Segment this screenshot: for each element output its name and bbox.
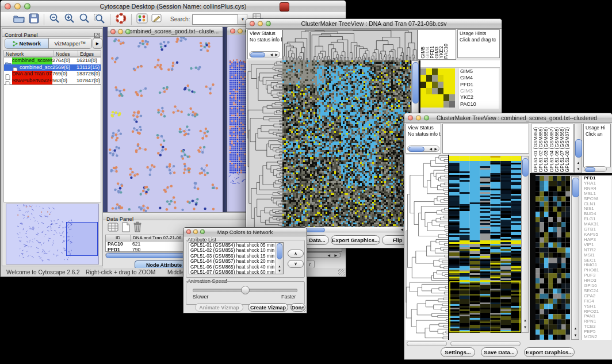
minimize-button[interactable] [193, 229, 198, 234]
move-down-button[interactable]: ∨ [288, 260, 304, 268]
zoom-button[interactable] [24, 3, 30, 10]
row-dendrogram[interactable] [247, 60, 282, 231]
scrollbar-thumb[interactable] [572, 178, 579, 197]
birdseye-viewport-rect[interactable] [66, 222, 98, 256]
scroll-down-arrow[interactable]: ▼ [577, 167, 580, 171]
main-heatmap[interactable] [449, 156, 521, 333]
scrollbar-thumb[interactable] [522, 158, 529, 177]
scroll-up-arrow[interactable]: ▲ [523, 319, 527, 322]
list-vscrollbar[interactable]: ▲ ▼ [276, 243, 283, 274]
view-status-scrollbar[interactable]: ◀ ▶ [249, 51, 280, 58]
attribute-list-item[interactable]: GPL51-07 (GSM868) heat shock 60 min [189, 270, 283, 274]
scrollbar-thumb[interactable] [277, 243, 282, 259]
minimize-button[interactable] [258, 21, 263, 26]
scroll-right-arrow[interactable]: ▶ [434, 147, 437, 151]
scrollbar-thumb[interactable] [408, 147, 424, 152]
minimize-button[interactable] [118, 29, 123, 34]
datapanel-col-id[interactable]: ID [106, 235, 130, 241]
attribute-list-item[interactable]: GPL51-02 (GSM855) heat shock 10 min [189, 248, 283, 253]
tab-overflow-button[interactable]: ▶ [93, 38, 102, 49]
scroll-left-arrow[interactable]: ◀ [429, 147, 432, 151]
delete-attribute-icon[interactable] [133, 221, 142, 235]
new-attribute-icon[interactable] [121, 222, 131, 235]
tab-vizmapper[interactable]: VizMapper™ [49, 39, 92, 48]
zoom-button[interactable] [200, 229, 205, 234]
column-dendrogram-area[interactable] [442, 124, 529, 154]
view-status-scrollbar[interactable]: ◀ ▶ [407, 145, 439, 152]
zoomheat-vscrollbar[interactable]: ▲ ▼ [571, 176, 579, 340]
attribute-list-item[interactable]: GPL51-01 (GSM854) heat shock 05 min [189, 243, 283, 248]
zoom-selected-icon[interactable] [94, 13, 105, 26]
global-heatmap[interactable] [282, 60, 411, 231]
attribute-list-item[interactable]: GPL51-06 (GSM865) heat shock 40 min [189, 265, 283, 270]
close-button[interactable] [186, 229, 191, 234]
minimize-button[interactable] [238, 28, 243, 33]
help-lifesaver-icon[interactable] [115, 13, 127, 26]
scrollbar-thumb[interactable] [585, 167, 595, 172]
scroll-right-arrow[interactable]: ▶ [275, 53, 278, 56]
column-dendrogram[interactable] [282, 29, 418, 61]
zoom-button[interactable] [125, 29, 131, 34]
scroll-up-arrow[interactable]: ▲ [574, 327, 577, 330]
zoom-fit-icon[interactable] [79, 13, 90, 26]
scroll-left-arrow[interactable]: ◀ [400, 228, 403, 231]
collabel-vscrollbar[interactable]: ▲ ▼ [574, 124, 582, 173]
create-vizmap-button[interactable]: Create Vizmap [248, 303, 288, 312]
zoom-heatmap[interactable] [420, 68, 455, 108]
attribute-select-icon[interactable] [108, 222, 119, 235]
heatmap-vscrollbar[interactable]: ▲ ▼ [521, 156, 529, 333]
close-button[interactable] [230, 28, 235, 33]
network-table-row[interactable]: combined_sco2569(6)13112(15) [4, 64, 101, 71]
network-tree-empty-area[interactable] [3, 85, 101, 202]
vizmap-dots-icon[interactable] [136, 13, 148, 26]
window-resize-grip[interactable] [338, 269, 345, 275]
annotation-icon[interactable] [151, 13, 163, 26]
scroll-down-arrow[interactable]: ▼ [523, 325, 527, 329]
close-button[interactable] [250, 21, 255, 26]
zoom-button[interactable] [266, 21, 271, 26]
network-table-row[interactable]: combined_scores2764(0)16218(0) [4, 58, 101, 64]
scroll-up-arrow[interactable]: ▲ [278, 265, 281, 268]
speed-slider-thumb[interactable] [241, 286, 250, 294]
scroll-up-arrow[interactable]: ▲ [577, 161, 580, 164]
minimize-button[interactable] [14, 3, 21, 10]
search-input[interactable] [192, 14, 238, 25]
settings-button[interactable]: Settings... [441, 347, 475, 357]
export-graphics-button[interactable]: Export Graphics... [524, 347, 575, 357]
gene-label[interactable]: MON2 [584, 335, 611, 340]
scrollbar-thumb[interactable] [575, 139, 582, 158]
main-titlebar[interactable]: Cytoscape Desktop (Session Name: collins… [1, 1, 346, 13]
close-button[interactable] [408, 116, 413, 121]
close-button[interactable] [5, 3, 11, 10]
scroll-left-arrow[interactable]: ◀ [327, 254, 330, 257]
save-icon[interactable] [29, 13, 39, 26]
row-dendrogram[interactable] [406, 155, 448, 340]
save-data-button[interactable]: Save Data... [481, 347, 518, 357]
scrollbar-thumb[interactable] [412, 62, 419, 104]
network-table-row[interactable]: RNAPuberNov2+|563(0)107847(0) [4, 78, 101, 85]
attribute-list-item[interactable]: GPL51-04 (GSM857) heat shock 20 min [189, 259, 283, 264]
network-graph-canvas[interactable] [108, 37, 221, 212]
open-folder-icon[interactable] [13, 13, 25, 26]
animate-vizmap-button[interactable]: Animate Vizmap [195, 303, 243, 312]
close-button[interactable] [110, 29, 116, 34]
scroll-right-arrow[interactable]: ▶ [334, 254, 337, 257]
dialog-resize-grip[interactable] [301, 308, 306, 312]
usage-hints-scrollbar[interactable] [584, 166, 607, 172]
zoom-heatmap[interactable] [536, 176, 570, 340]
zoom-out-icon[interactable] [49, 13, 60, 26]
attribute-list-item[interactable]: GPL51-03 (GSM856) heat shock 15 min [189, 254, 283, 259]
birdseye-view[interactable] [6, 204, 99, 265]
minimize-button[interactable] [416, 116, 421, 121]
network-table-row[interactable]: DNA and Tran 07769(0)183728(0) [4, 71, 101, 78]
scrollbar-thumb[interactable] [250, 52, 265, 58]
scroll-left-arrow[interactable]: ◀ [270, 53, 273, 56]
move-up-button[interactable]: ∧ [288, 250, 304, 258]
scrollbar-thumb[interactable] [106, 253, 185, 258]
zoom-in-icon[interactable] [64, 13, 75, 26]
zoom-button[interactable] [424, 116, 429, 121]
dendro-hscrollbar[interactable] [407, 341, 447, 346]
tab-network[interactable]: Network [5, 39, 49, 48]
heatmap-hscrollbar[interactable] [450, 341, 521, 346]
scroll-down-arrow[interactable]: ▼ [278, 269, 281, 273]
